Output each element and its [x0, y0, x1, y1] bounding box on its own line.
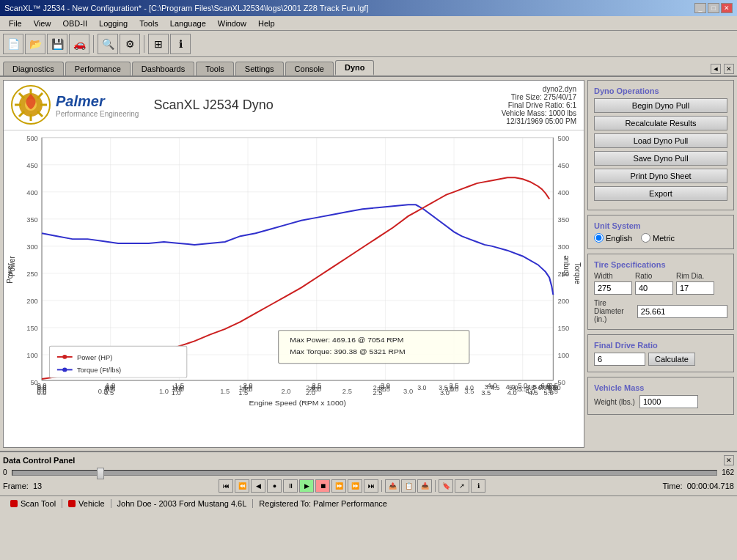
tire-rim-col: Rim Dia. — [676, 272, 714, 295]
prev-fast-button[interactable]: ⏪ — [235, 479, 249, 493]
export-button[interactable]: Export — [594, 186, 727, 201]
menu-obd2[interactable]: OBD-II — [56, 18, 93, 29]
slider-thumb[interactable] — [97, 468, 104, 479]
tire-inputs-row: Width Ratio Rim Dia. — [594, 272, 727, 295]
weight-input[interactable] — [639, 395, 698, 408]
tab-close[interactable]: ✕ — [724, 64, 734, 74]
menu-file[interactable]: File — [3, 18, 28, 29]
vehicle-mass-title: Vehicle Mass — [594, 383, 727, 392]
svg-text:450: 450 — [558, 162, 570, 169]
tire-rim-input[interactable] — [676, 281, 714, 295]
go-start-button[interactable]: ⏮ — [219, 479, 233, 493]
menu-view[interactable]: View — [28, 18, 57, 29]
svg-line-9 — [37, 93, 43, 98]
tab-settings[interactable]: Settings — [235, 62, 284, 75]
settings-icon-btn[interactable]: ⚙ — [120, 34, 140, 54]
record-button[interactable]: ● — [267, 479, 282, 493]
menu-help[interactable]: Help — [252, 18, 281, 29]
toolbar-separator-2 — [144, 35, 144, 53]
menu-language[interactable]: Language — [164, 18, 212, 29]
grid-button[interactable]: ⊞ — [148, 34, 169, 54]
begin-dyno-pull-button[interactable]: Begin Dyno Pull — [594, 98, 727, 113]
svg-text:Torque: Torque — [562, 255, 570, 277]
menu-logging[interactable]: Logging — [93, 18, 133, 29]
metric-radio-label[interactable]: Metric — [641, 233, 675, 243]
vehicle-label: Vehicle — [78, 499, 104, 508]
chart-final-drive: Final Drive Ratio: 6:1 — [502, 101, 576, 109]
english-radio[interactable] — [594, 233, 604, 243]
english-radio-label[interactable]: English — [594, 233, 632, 243]
pause-button[interactable]: ⏸ — [283, 479, 298, 493]
go-end-button[interactable]: ⏭ — [364, 479, 378, 493]
svg-text:250: 250 — [26, 270, 38, 278]
save-dyno-pull-button[interactable]: Save Dyno Pull — [594, 151, 727, 166]
print-dyno-sheet-button[interactable]: Print Dyno Sheet — [594, 169, 727, 183]
svg-text:3.0: 3.0 — [403, 388, 413, 395]
export-btn-2[interactable]: 📋 — [401, 479, 416, 493]
tire-specs-panel: Tire Specifications Width Ratio Rim Dia.… — [587, 254, 734, 330]
svg-text:7.0: 7.0 — [551, 384, 561, 391]
menu-window[interactable]: Window — [212, 18, 252, 29]
tab-scroll-left[interactable]: ◄ — [711, 64, 721, 74]
close-button[interactable]: ✕ — [721, 3, 733, 13]
info-btn-2[interactable]: ℹ — [471, 479, 485, 493]
svg-text:1.5: 1.5 — [220, 388, 230, 395]
calculate-button[interactable]: Calculate — [648, 353, 695, 366]
menu-bar: File View OBD-II Logging Tools Language … — [0, 16, 737, 31]
logo-name: Palmer — [56, 93, 139, 110]
scan-tool-label: Scan Tool — [21, 499, 56, 508]
time-value: 00:00:04.718 — [687, 482, 734, 490]
slider-track[interactable] — [12, 470, 718, 476]
next-fast-button[interactable]: ⏩ — [331, 479, 346, 493]
metric-radio[interactable] — [641, 233, 650, 243]
svg-text:Max Torque: 390.38 @ 5321 RPM: Max Torque: 390.38 @ 5321 RPM — [290, 347, 405, 355]
tab-tools[interactable]: Tools — [196, 62, 234, 75]
load-dyno-pull-button[interactable]: Load Dyno Pull — [594, 133, 727, 148]
stop-button[interactable]: ⏹ — [315, 479, 330, 493]
tab-dashboards[interactable]: Dashboards — [132, 62, 194, 75]
svg-text:200: 200 — [26, 298, 38, 305]
tire-width-input[interactable] — [594, 281, 632, 295]
slider-min: 0 — [3, 468, 7, 476]
svg-text:400: 400 — [558, 189, 570, 196]
next-faster-button[interactable]: ⏩ — [348, 479, 362, 493]
import-btn[interactable]: 📥 — [417, 479, 432, 493]
svg-text:4.5: 4.5 — [491, 384, 500, 391]
open-button[interactable]: 📂 — [25, 34, 45, 54]
tire-ratio-input[interactable] — [635, 281, 673, 295]
final-drive-input[interactable] — [594, 353, 645, 366]
slider-max: 162 — [722, 468, 734, 476]
play-button[interactable]: ▶ — [299, 479, 314, 493]
jump-btn[interactable]: ↗ — [455, 479, 469, 493]
drive-input-row: Calculate — [594, 353, 727, 366]
car-button[interactable]: 🚗 — [69, 34, 89, 54]
recalculate-results-button[interactable]: Recalculate Results — [594, 116, 727, 130]
save-button[interactable]: 💾 — [47, 34, 67, 54]
svg-text:Power: Power — [6, 262, 14, 283]
svg-text:5.5: 5.5 — [526, 384, 535, 391]
svg-point-137 — [62, 355, 67, 359]
bookmark-btn[interactable]: 🔖 — [439, 479, 453, 493]
maximize-button[interactable]: □ — [708, 3, 719, 13]
svg-line-7 — [19, 93, 24, 98]
menu-tools[interactable]: Tools — [133, 18, 164, 29]
tab-console[interactable]: Console — [285, 62, 334, 75]
export-btn-1[interactable]: 📤 — [385, 479, 400, 493]
prev-button[interactable]: ◀ — [251, 479, 265, 493]
tire-width-label: Width — [594, 272, 632, 280]
tab-diagnostics[interactable]: Diagnostics — [3, 62, 64, 75]
tab-performance[interactable]: Performance — [65, 62, 131, 75]
scan-button[interactable]: 🔍 — [98, 34, 118, 54]
reg-info: Registered To: Palmer Performance — [259, 499, 387, 508]
svg-text:100: 100 — [26, 352, 38, 359]
tire-diam-input[interactable] — [637, 305, 727, 318]
dcp-close-button[interactable]: ✕ — [724, 455, 734, 465]
svg-text:150: 150 — [558, 325, 570, 332]
minimize-button[interactable]: _ — [694, 3, 706, 13]
vehicle-dot — [68, 500, 76, 507]
new-button[interactable]: 📄 — [3, 34, 23, 54]
info-button[interactable]: ℹ — [170, 34, 191, 54]
tab-dyno[interactable]: Dyno — [335, 60, 375, 75]
svg-point-140 — [62, 367, 67, 372]
title-bar: ScanXL™ J2534 - New Configuration* - [C:… — [0, 0, 737, 16]
